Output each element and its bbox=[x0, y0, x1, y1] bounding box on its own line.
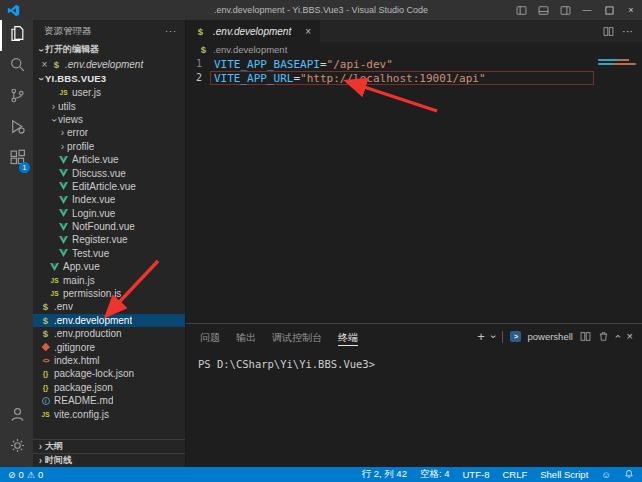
tree-item-Test.vue[interactable]: Test.vue bbox=[33, 247, 185, 260]
problems-status[interactable]: ⊘ 0 ⚠ 0 bbox=[8, 469, 43, 480]
maximize-panel-icon[interactable]: › bbox=[612, 335, 623, 339]
title-bar: .env.development - Yi.BBS.Vue3 - Visual … bbox=[0, 0, 642, 20]
tree-item-NotFound.vue[interactable]: NotFound.vue bbox=[33, 220, 185, 233]
activity-item-explorer[interactable] bbox=[0, 20, 33, 51]
project-header[interactable]: › YI.BBS.VUE3 bbox=[33, 71, 185, 86]
panel-tab-输出[interactable]: 输出 bbox=[236, 331, 256, 346]
layout-sidebar-icon[interactable] bbox=[510, 0, 532, 20]
maximize-icon[interactable] bbox=[598, 0, 620, 20]
breadcrumb[interactable]: $ .env.development bbox=[186, 42, 642, 56]
tree-item-index.html[interactable]: <>index.html bbox=[33, 354, 185, 367]
open-editor-label: .env.development bbox=[65, 59, 143, 70]
tab-bar: $ .env.development × ··· bbox=[186, 20, 642, 42]
tree-item-Index.vue[interactable]: Index.vue bbox=[33, 193, 185, 206]
json-icon: {} bbox=[40, 370, 51, 377]
close-panel-icon[interactable]: × bbox=[627, 331, 633, 342]
tree-item-EditArticle.vue[interactable]: EditArticle.vue bbox=[33, 180, 185, 193]
vue-icon bbox=[58, 169, 69, 177]
code-line-2[interactable]: 2VITE_APP_URL="http://localhost:19001/ap… bbox=[186, 71, 642, 85]
minimap[interactable] bbox=[598, 59, 636, 67]
tree-item-label: Discuss.vue bbox=[72, 168, 126, 179]
terminal-profile-selector[interactable]: > powershell bbox=[510, 331, 572, 342]
open-editors-list: ×$.env.development bbox=[33, 57, 185, 71]
tree-item-Article.vue[interactable]: Article.vue bbox=[33, 153, 185, 166]
code-line-1[interactable]: 1VITE_APP_BASEAPI="/api-dev" bbox=[186, 57, 642, 71]
code-editor[interactable]: 1VITE_APP_BASEAPI="/api-dev"2VITE_APP_UR… bbox=[186, 56, 642, 323]
close-icon[interactable]: × bbox=[39, 59, 50, 70]
tree-item-README.md[interactable]: iREADME.md bbox=[33, 394, 185, 407]
layout-secondary-sidebar-icon[interactable] bbox=[554, 0, 576, 20]
tree-item-views[interactable]: ›views bbox=[33, 113, 185, 126]
activity-item-account[interactable] bbox=[0, 401, 33, 432]
errors-icon: ⊘ bbox=[8, 470, 16, 480]
panel-tab-问题[interactable]: 问题 bbox=[200, 331, 220, 346]
status-item[interactable]: Shell Script bbox=[540, 469, 588, 480]
tree-item-error[interactable]: ›error bbox=[33, 126, 185, 139]
activity-item-source-control[interactable] bbox=[0, 82, 33, 113]
vue-icon bbox=[49, 263, 60, 271]
more-actions-icon[interactable]: ··· bbox=[165, 26, 177, 36]
tree-item-Discuss.vue[interactable]: Discuss.vue bbox=[33, 166, 185, 179]
chevron-right-icon: › bbox=[58, 141, 67, 152]
split-terminal-icon[interactable] bbox=[580, 331, 591, 342]
tree-item-profile[interactable]: ›profile bbox=[33, 140, 185, 153]
editor-group: $ .env.development × ··· $ .env.developm… bbox=[186, 20, 642, 467]
open-editor-item[interactable]: ×$.env.development bbox=[33, 57, 185, 71]
env-icon: $ bbox=[195, 26, 206, 37]
tree-item-label: profile bbox=[67, 141, 94, 152]
minimize-icon[interactable]: — bbox=[576, 0, 598, 20]
status-item[interactable]: 行 2, 列 42 bbox=[362, 468, 407, 481]
tree-item-user.js[interactable]: JSuser.js bbox=[33, 86, 185, 99]
minimap-line-2 bbox=[598, 63, 636, 65]
tree-item-Register.vue[interactable]: Register.vue bbox=[33, 233, 185, 246]
terminal[interactable]: PS D:\CSharp\Yi\Yi.BBS.Vue3> bbox=[186, 349, 642, 467]
vue-icon bbox=[58, 236, 69, 244]
vue-icon bbox=[58, 249, 69, 257]
status-item[interactable]: UTF-8 bbox=[463, 469, 490, 480]
activity-item-run-debug[interactable] bbox=[0, 113, 33, 144]
tree-item-package-lock.json[interactable]: {}package-lock.json bbox=[33, 367, 185, 380]
timeline-section[interactable]: › 时间线 bbox=[33, 453, 185, 467]
panel-header: 问题输出调试控制台终端 + › > powershell › × bbox=[186, 324, 642, 349]
split-editor-icon[interactable] bbox=[603, 26, 614, 37]
tree-item-.env[interactable]: $.env bbox=[33, 300, 185, 313]
tree-item-.env.development[interactable]: $.env.development bbox=[33, 314, 185, 327]
git-icon bbox=[40, 344, 51, 350]
close-tab-icon[interactable]: × bbox=[305, 26, 311, 37]
panel-tab-终端[interactable]: 终端 bbox=[338, 331, 358, 346]
tab-env-development[interactable]: $ .env.development × bbox=[186, 20, 320, 42]
layout-panel-icon[interactable] bbox=[532, 0, 554, 20]
tree-item-utils[interactable]: ›utils bbox=[33, 99, 185, 112]
status-item[interactable]: CRLF bbox=[502, 469, 527, 480]
panel-tab-调试控制台[interactable]: 调试控制台 bbox=[272, 331, 322, 346]
activity-item-settings[interactable] bbox=[0, 432, 33, 463]
notifications-bell-icon[interactable] bbox=[624, 469, 634, 481]
activity-item-search[interactable] bbox=[0, 51, 33, 82]
more-actions-icon[interactable]: ··· bbox=[622, 26, 633, 37]
close-window-icon[interactable]: × bbox=[620, 0, 642, 20]
status-item[interactable]: 空格: 4 bbox=[420, 468, 450, 481]
tree-item-permission.js[interactable]: JSpermission.js bbox=[33, 287, 185, 300]
tree-item-Login.vue[interactable]: Login.vue bbox=[33, 207, 185, 220]
new-terminal-icon[interactable]: + bbox=[477, 330, 485, 343]
tree-item-label: Login.vue bbox=[72, 208, 115, 219]
line-number: 1 bbox=[186, 57, 210, 71]
editor-actions: ··· bbox=[603, 20, 642, 42]
error-count: 0 bbox=[19, 469, 24, 480]
outline-section[interactable]: › 大纲 bbox=[33, 439, 185, 453]
tree-item-App.vue[interactable]: App.vue bbox=[33, 260, 185, 273]
tree-item-package.json[interactable]: {}package.json bbox=[33, 381, 185, 394]
explorer-icon bbox=[9, 25, 26, 46]
tree-item-.gitignore[interactable]: .gitignore bbox=[33, 340, 185, 353]
open-editors-label: 打开的编辑器 bbox=[45, 43, 99, 56]
activity-item-extensions[interactable]: 1 bbox=[0, 144, 33, 175]
feedback-smiley-icon[interactable]: ☺ bbox=[601, 469, 611, 480]
tree-item-main.js[interactable]: JSmain.js bbox=[33, 273, 185, 286]
terminal-prompt: PS D:\CSharp\Yi\Yi.BBS.Vue3> bbox=[198, 358, 375, 370]
chevron-down-icon[interactable]: › bbox=[488, 335, 499, 339]
tree-item-vite.config.js[interactable]: JSvite.config.js bbox=[33, 407, 185, 420]
line-content: VITE_APP_URL="http://localhost:19001/api… bbox=[210, 71, 594, 85]
kill-terminal-icon[interactable] bbox=[598, 331, 609, 342]
tree-item-.env.production[interactable]: $.env.production bbox=[33, 327, 185, 340]
open-editors-header[interactable]: › 打开的编辑器 bbox=[33, 42, 185, 57]
